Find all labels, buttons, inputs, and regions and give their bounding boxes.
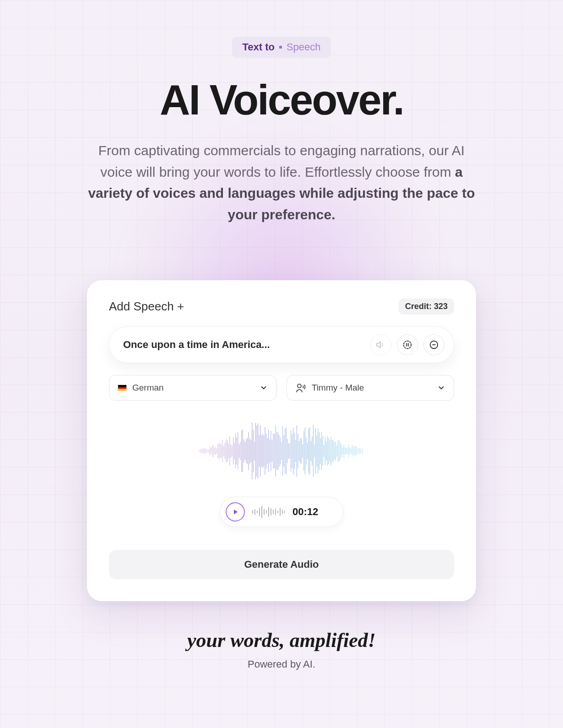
language-value: German (132, 383, 164, 393)
play-button[interactable] (226, 502, 245, 522)
tagline: your words, amplified! (0, 629, 563, 652)
time-display: 00:12 (292, 506, 318, 518)
waveform-display (109, 414, 454, 488)
speech-text-row: Once upon a time in America... (109, 326, 454, 363)
chevron-down-icon (437, 384, 445, 392)
page-subtitle: From captivating commercials to engaging… (82, 140, 481, 225)
voice-select[interactable]: Timmy - Male (287, 375, 454, 401)
svg-point-1 (404, 341, 411, 349)
audio-player: 00:12 (220, 497, 343, 527)
feature-badge: Text to Speech (232, 37, 330, 58)
credit-badge: Credit: 323 (399, 299, 454, 315)
powered-by: Powered by AI. (0, 658, 563, 670)
subtitle-plain: From captivating commercials to engaging… (98, 143, 465, 179)
generate-audio-button[interactable]: Generate Audio (109, 550, 454, 579)
volume-icon[interactable] (370, 334, 391, 355)
voice-person-icon (295, 382, 306, 393)
svg-marker-0 (377, 342, 380, 348)
voiceover-card: Add Speech + Credit: 323 Once upon a tim… (87, 280, 476, 601)
page-title: AI Voiceover. (0, 76, 563, 124)
badge-separator-icon (279, 46, 282, 49)
mini-waveform-icon (252, 505, 285, 519)
remove-icon[interactable] (423, 334, 444, 355)
svg-point-6 (298, 384, 301, 388)
svg-marker-147 (234, 510, 238, 515)
flag-germany-icon (118, 385, 127, 391)
badge-suffix: Speech (287, 41, 321, 53)
badge-prefix: Text to (242, 41, 274, 53)
add-speech-button[interactable]: Add Speech + (109, 299, 184, 314)
speech-text-input[interactable]: Once upon a time in America... (123, 339, 365, 351)
voice-value: Timmy - Male (312, 383, 364, 393)
pause-icon[interactable] (397, 334, 418, 355)
chevron-down-icon (260, 384, 268, 392)
language-select[interactable]: German (109, 375, 276, 401)
